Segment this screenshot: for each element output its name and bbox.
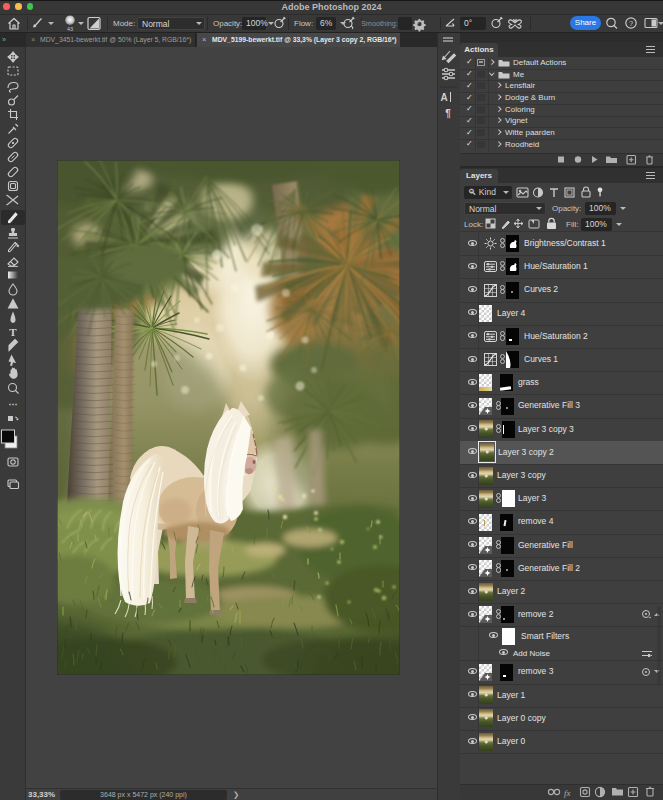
svg-text:43: 43 — [67, 26, 73, 32]
svg-text:A: A — [440, 92, 447, 103]
svg-text:T: T — [9, 326, 17, 338]
svg-text:¶: ¶ — [445, 108, 451, 119]
svg-text:fx: fx — [564, 788, 571, 798]
svg-text:?: ? — [629, 19, 633, 28]
svg-text:⋯: ⋯ — [9, 399, 18, 409]
